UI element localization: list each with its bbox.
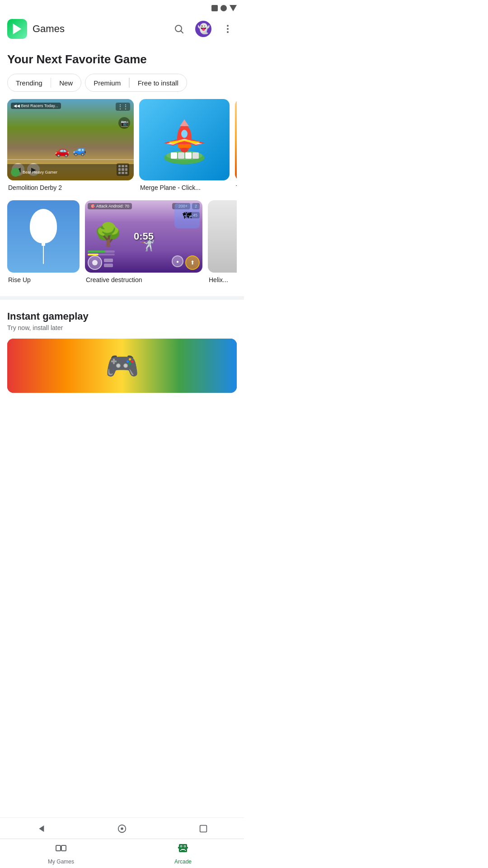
game-row-1: ◀◀ Best Racers Today... ⋮⋮ 📷 🚗 🚙 ◀ ▶ [7,99,237,191]
game-title-rise-up: Rise Up [7,276,80,283]
wifi-icon [221,5,227,11]
more-vert-icon [222,24,233,34]
game-thumbnail-partial-1 [235,99,237,180]
game-thumbnail-rise-up [7,200,80,273]
instant-gameplay-subtitle: Try now, install later [7,324,237,331]
avatar-icon: 👻 [197,23,210,35]
instant-gameplay-title: Instant gameplay [7,311,237,322]
svg-point-16 [181,130,188,138]
merge-plane-art [139,99,230,180]
favorite-game-title: Your Next Favorite Game [0,43,244,74]
svg-rect-8 [178,152,184,159]
derby-cars: 🚗 🚙 [7,144,134,158]
game-grid: ◀◀ Best Racers Today... ⋮⋮ 📷 🚗 🚙 ◀ ▶ [0,99,244,292]
game-card-demolition-derby[interactable]: ◀◀ Best Racers Today... ⋮⋮ 📷 🚗 🚙 ◀ ▶ [7,99,134,191]
instant-gameplay-section: Instant gameplay Try now, install later … [0,300,244,400]
app-header: Games 👻 [0,14,244,43]
game-title-creative-destruction: Creative destruction [85,276,202,283]
derby-menu-icon: ⋮⋮ [116,103,130,111]
signal-icon [211,5,218,11]
creative-center-timer: 0:55 [134,231,154,242]
game-thumbnail-helix [208,200,237,273]
game-title-helix: Helix... [208,276,237,283]
svg-point-3 [227,28,229,30]
header-actions: 👻 [170,20,237,38]
game-card-creative-destruction[interactable]: 🎯 Attack Android: 70 ♡200+ 2 02:45 🌳 [85,200,202,283]
svg-rect-9 [185,152,192,159]
instant-preview-card[interactable]: 🎮 [7,339,237,393]
filter-chips-container: Trending New Premium Free to install [0,74,244,99]
game-title-merge-plane: Merge Plane - Click... [139,184,230,191]
svg-rect-19 [178,144,191,148]
search-icon [174,24,184,34]
svg-point-4 [227,31,229,33]
svg-marker-14 [180,119,189,126]
derby-ui-overlay: ◀◀ Best Racers Today... [11,103,61,109]
derby-cam-icon: 📷 [118,117,130,129]
game-card-merge-plane[interactable]: Merge Plane - Click... [139,99,230,191]
play-store-logo [7,19,27,39]
game-card-rise-up[interactable]: Rise Up [7,200,80,283]
game-thumbnail-creative-destruction: 🎯 Attack Android: 70 ♡200+ 2 02:45 🌳 [85,200,202,273]
header-logo: Games [7,19,170,39]
instant-preview-content: 🎮 [7,339,237,393]
trending-chip[interactable]: Trending [8,74,51,91]
app-title: Games [33,23,65,35]
creative-ammo-bar [88,254,115,255]
free-to-install-chip[interactable]: Free to install [130,74,187,91]
status-bar [0,0,244,14]
svg-point-2 [227,25,229,27]
search-button[interactable] [170,20,188,38]
creative-hp-bar [88,250,115,253]
premium-chip[interactable]: Premium [85,74,129,91]
game-thumbnail-demolition-derby: ◀◀ Best Racers Today... ⋮⋮ 📷 🚗 🚙 ◀ ▶ [7,99,134,180]
status-icons [211,5,237,11]
avatar[interactable]: 👻 [195,21,211,37]
play-triangle-icon [11,23,23,35]
creative-right-controls: ● ⬆ [172,255,200,270]
section-separator [0,296,244,300]
more-options-button[interactable] [219,20,237,38]
creative-minimap: 🗺 [174,203,200,228]
premium-free-chip-group[interactable]: Premium Free to install [85,74,187,92]
new-chip[interactable]: New [51,74,81,91]
creative-scene-tree: 🌳 [94,222,122,248]
trending-new-chip-group[interactable]: Trending New [7,74,81,92]
svg-rect-10 [192,152,199,159]
game-card-partial-1[interactable]: The... [235,99,237,191]
game-thumbnail-merge-plane [139,99,230,180]
svg-line-1 [181,31,183,33]
svg-point-15 [181,148,188,152]
game-card-helix[interactable]: Helix... [208,200,237,283]
game-title-partial-1: The... [235,184,237,191]
game-title-demolition-derby: Demolition Derby 2 [7,184,134,191]
game-row-2: Rise Up 🎯 Attack Android: 70 ♡200+ 2 [7,200,237,283]
instant-game-icon: 🎮 [105,350,139,382]
balloon-art [30,209,57,264]
creative-left-controls [88,255,113,270]
battery-icon [230,5,237,11]
svg-rect-7 [171,152,177,159]
